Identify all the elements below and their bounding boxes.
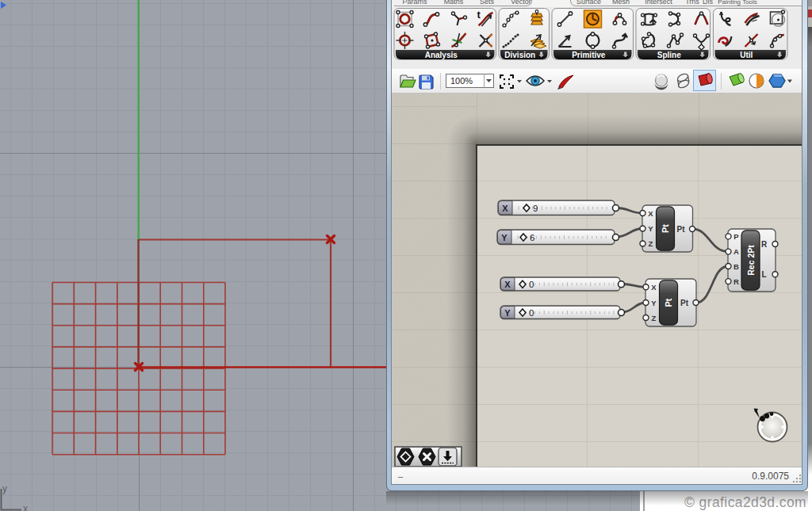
svg-text:6: 6 [530,233,534,242]
svg-text:y: y [2,483,7,494]
svg-text:Y: Y [648,224,653,233]
svg-text:Division: Division [504,51,535,59]
svg-text:x: x [23,503,28,511]
svg-text:Rec 2Pt: Rec 2Pt [746,245,756,276]
svg-text:Pt: Pt [664,298,673,307]
svg-text:Pt: Pt [661,224,670,233]
svg-text:Pt: Pt [677,225,686,234]
svg-text:9: 9 [533,204,538,213]
svg-text:Primitive: Primitive [572,51,606,59]
svg-text:B: B [733,262,739,271]
svg-text:X: X [502,204,508,213]
svg-text:P: P [733,232,739,241]
svg-text:Analysis: Analysis [425,51,458,59]
svg-text:Z: Z [649,239,653,248]
svg-text:Y: Y [651,299,657,307]
svg-text:0: 0 [529,280,534,289]
svg-text:0: 0 [529,308,534,318]
svg-text:X: X [648,209,653,218]
svg-text:Pt: Pt [680,299,689,307]
svg-text:X: X [651,283,657,292]
svg-text:A: A [733,247,739,256]
svg-text:Z: Z [652,314,657,322]
svg-text:100%: 100% [450,76,473,86]
svg-text:t: t [477,9,481,21]
svg-text:Y: Y [504,308,511,318]
svg-text:R: R [733,277,739,286]
svg-text:R: R [761,240,768,249]
svg-text:Util: Util [740,51,753,59]
svg-text:Y: Y [501,233,508,242]
svg-text:L: L [761,270,766,279]
svg-text:Spline: Spline [657,51,681,59]
svg-text:X: X [504,280,511,289]
